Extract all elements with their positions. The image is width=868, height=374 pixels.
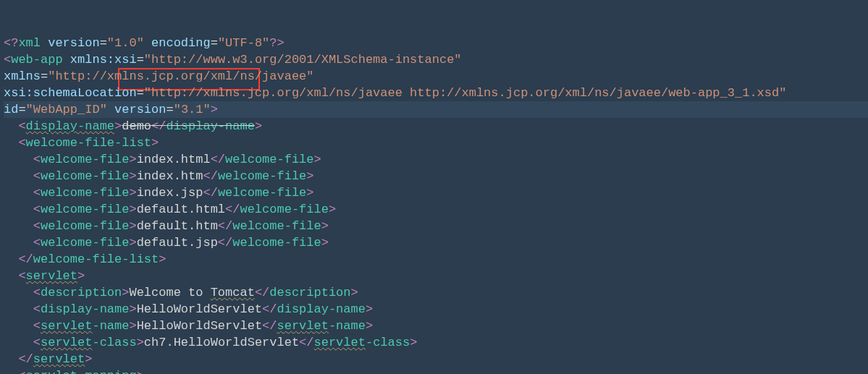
code-token: " [48, 69, 55, 83]
code-token [4, 136, 18, 150]
code-token: > [321, 236, 329, 250]
code-line[interactable]: <welcome-file>default.jsp</welcome-file> [4, 234, 868, 251]
code-token: encoding [151, 36, 211, 50]
code-token: > [321, 219, 329, 233]
code-token: http://xmlns.jcp.org/xml/ns/javaee [55, 69, 306, 83]
code-token: HelloWorldServlet [137, 319, 262, 333]
code-token: id [4, 103, 18, 116]
code-token: default.jsp [137, 236, 218, 250]
code-token: > [129, 319, 136, 333]
code-token: display-name [26, 119, 114, 133]
code-line[interactable]: <welcome-file-list> [4, 135, 868, 151]
code-token [4, 236, 33, 250]
code-token: HelloWorldServlet [137, 302, 262, 316]
code-token: > [114, 119, 122, 133]
code-token: < [18, 269, 25, 283]
code-token: > [85, 352, 92, 366]
code-token: default.htm [137, 219, 218, 233]
code-token: servlet [41, 336, 92, 349]
code-token: welcome-file [41, 236, 129, 250]
code-token: < [33, 319, 41, 333]
code-token: </ [18, 352, 33, 366]
code-line[interactable]: <servlet-name>HelloWorldServlet</servlet… [4, 318, 868, 334]
code-token: description [269, 286, 350, 299]
code-token: version [114, 103, 166, 116]
code-editor[interactable]: <?xml version="1.0" encoding="UTF-8"?><w… [0, 0, 868, 374]
code-line[interactable]: xmlns="http://xmlns.jcp.org/xml/ns/javae… [4, 68, 868, 85]
code-token: = [18, 103, 25, 116]
code-token: < [33, 302, 41, 316]
code-token: > [366, 319, 373, 333]
code-token: demo [122, 119, 151, 133]
code-token: -name [329, 319, 366, 333]
code-token: welcome-file [41, 219, 129, 233]
code-token: </ [203, 169, 217, 183]
code-token: " [203, 103, 210, 116]
code-token: " [107, 36, 114, 50]
code-token: servlet [41, 319, 92, 333]
code-token: < [33, 336, 41, 349]
code-token: = [100, 36, 107, 50]
code-line[interactable]: <welcome-file>default.htm</welcome-file> [4, 218, 868, 234]
code-token: > [137, 336, 144, 349]
code-token: http://xmlns.jcp.org/xml/ns/javaee http:… [151, 86, 779, 100]
code-line[interactable]: <welcome-file>default.html</welcome-file… [4, 201, 868, 218]
code-token: > [122, 286, 129, 299]
code-line[interactable]: </servlet> [4, 351, 868, 367]
code-token: = [137, 53, 144, 67]
code-token: display-name [166, 119, 254, 133]
code-line[interactable]: <servlet-class>ch7.HelloWorldServlet</se… [4, 334, 868, 351]
code-token: > [129, 302, 136, 316]
code-token: welcome-file [218, 186, 306, 200]
code-token [144, 36, 151, 50]
code-token: servlet [277, 319, 329, 333]
code-token [4, 302, 33, 316]
code-token: > [306, 186, 313, 200]
code-token: < [18, 136, 25, 150]
code-token: > [77, 269, 85, 283]
code-token: < [18, 119, 25, 133]
code-token: index.htm [137, 169, 203, 183]
code-token: = [41, 69, 48, 83]
code-token: welcome-file [232, 219, 321, 233]
code-token: display-name [277, 302, 365, 316]
code-line[interactable]: xsi:schemaLocation="http://xmlns.jcp.org… [4, 85, 868, 101]
code-line[interactable]: <welcome-file>index.htm</welcome-file> [4, 168, 868, 184]
code-line[interactable]: <?xml version="1.0" encoding="UTF-8"?> [4, 35, 868, 51]
code-line[interactable]: <servlet> [4, 268, 868, 284]
code-token: </ [218, 219, 232, 233]
code-token: < [4, 53, 11, 67]
code-line[interactable]: <servlet-mapping> [4, 367, 868, 374]
code-token: xml [18, 36, 41, 50]
code-token: </ [262, 319, 277, 333]
code-token: </ [218, 236, 232, 250]
code-line[interactable]: </welcome-file-list> [4, 251, 868, 268]
code-line[interactable]: <display-name>HelloWorldServlet</display… [4, 301, 868, 318]
code-token: < [33, 236, 41, 250]
code-token: welcome-file [225, 153, 313, 166]
code-token: welcome-file-list [33, 252, 159, 266]
code-token: welcome-file [232, 236, 321, 250]
code-token: < [33, 286, 41, 299]
code-line[interactable]: <display-name>demo</display-name> [4, 118, 868, 135]
code-token [4, 336, 33, 349]
code-token: welcome-file [240, 203, 328, 216]
code-token: default.html [137, 203, 225, 216]
code-token: 1.0 [114, 36, 137, 50]
code-token: > [129, 236, 136, 250]
code-token: " [26, 103, 33, 116]
code-token: > [306, 169, 313, 183]
code-token: xmlns [4, 69, 41, 83]
code-token: <? [4, 36, 18, 50]
code-token: > [366, 302, 373, 316]
code-line[interactable]: <welcome-file>index.html</welcome-file> [4, 151, 868, 168]
code-token [4, 269, 18, 283]
code-token [4, 203, 33, 216]
code-token [4, 369, 18, 374]
code-line[interactable]: id="WebApp_ID" version="3.1"> [4, 101, 868, 118]
code-line[interactable]: <web-app xmlns:xsi="http://www.w3.org/20… [4, 51, 868, 68]
code-line[interactable]: <welcome-file>index.jsp</welcome-file> [4, 184, 868, 201]
code-line[interactable]: <description>Welcome to Tomcat</descript… [4, 284, 868, 301]
code-token: " [144, 86, 151, 100]
code-token: " [218, 36, 225, 50]
